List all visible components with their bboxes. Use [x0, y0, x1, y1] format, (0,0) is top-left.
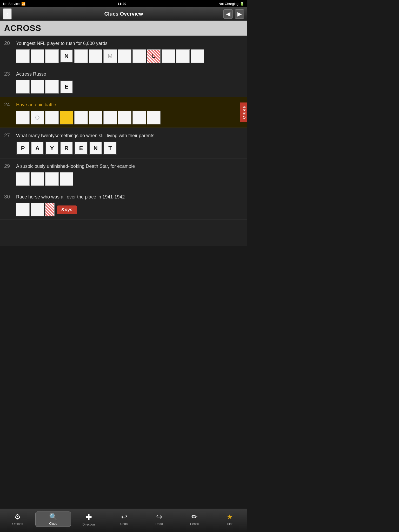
cell-24-2[interactable]: O	[31, 111, 44, 124]
clue-header-24: 24 Have an epic battle	[4, 102, 243, 108]
cell-24-7[interactable]	[103, 111, 117, 124]
cell-20-13[interactable]	[191, 49, 204, 63]
cell-20-3[interactable]	[45, 49, 59, 63]
cell-20-12[interactable]	[176, 49, 190, 63]
clue-grid-27: P A Y R E N T	[16, 142, 243, 155]
clue-number-20: 20	[4, 40, 14, 46]
clue-item-27[interactable]: 27 What many twentysomethings do when st…	[0, 128, 247, 158]
section-title: ACROSS	[4, 23, 243, 33]
cell-20-6[interactable]	[89, 49, 102, 63]
cell-24-9[interactable]	[132, 111, 146, 124]
section-header: ACROSS	[0, 21, 247, 36]
cell-20-10[interactable]: L	[147, 49, 161, 63]
clue-text-27: What many twentysomethings do when still…	[16, 132, 154, 139]
clue-header-20: 20 Youngest NFL player to rush for 6,000…	[4, 40, 243, 47]
cell-24-8[interactable]	[118, 111, 131, 124]
nav-title: Clues Overview	[104, 11, 143, 17]
clue-number-29: 29	[4, 163, 14, 169]
cell-23-2[interactable]	[31, 80, 44, 94]
cell-29-4[interactable]	[60, 172, 73, 186]
clue-item-30[interactable]: 30 Race horse who was all over the place…	[0, 189, 247, 220]
cell-24-1[interactable]	[16, 111, 30, 124]
cell-30-1[interactable]	[16, 203, 30, 216]
status-time: 11:39	[118, 2, 126, 6]
nav-bar: ‹ Clues Overview ◀ ▶	[0, 7, 247, 21]
clue-header-23: 23 Actress Russo	[4, 71, 243, 77]
cell-24-3[interactable]	[45, 111, 59, 124]
cell-20-8[interactable]	[118, 49, 131, 63]
clues-side-tab[interactable]: Clues	[240, 103, 247, 122]
cell-20-4[interactable]: N	[60, 49, 73, 63]
cell-23-3[interactable]	[45, 80, 59, 94]
cell-20-5[interactable]	[74, 49, 88, 63]
clue-text-20: Youngest NFL player to rush for 6,000 ya…	[16, 40, 108, 47]
status-right: Not Charging 🔋	[218, 2, 244, 6]
clues-content: 20 Youngest NFL player to rush for 6,000…	[0, 36, 247, 246]
cell-20-9[interactable]	[132, 49, 146, 63]
cell-27-6[interactable]: N	[89, 142, 102, 155]
cell-20-2[interactable]	[31, 49, 44, 63]
cell-27-7[interactable]: T	[103, 142, 117, 155]
cell-24-5[interactable]	[74, 111, 88, 124]
clue-text-30: Race horse who was all over the place in…	[16, 194, 125, 200]
cell-29-2[interactable]	[31, 172, 44, 186]
clue-header-27: 27 What many twentysomethings do when st…	[4, 132, 243, 139]
clue-grid-30: Keys	[16, 203, 243, 216]
wifi-icon: 📶	[21, 2, 25, 6]
cell-29-1[interactable]	[16, 172, 30, 186]
cell-27-2[interactable]: A	[31, 142, 44, 155]
clue-text-23: Actress Russo	[16, 71, 46, 77]
clue-number-27: 27	[4, 132, 14, 138]
clue-number-30: 30	[4, 194, 14, 200]
status-bar: No Service 📶 11:39 Not Charging 🔋	[0, 0, 247, 7]
back-button[interactable]: ‹	[3, 8, 12, 19]
clue-grid-20: N M L	[16, 49, 243, 63]
keys-button-wrapper[interactable]: Keys	[57, 203, 77, 216]
cell-29-3[interactable]	[45, 172, 59, 186]
clue-header-30: 30 Race horse who was all over the place…	[4, 194, 243, 200]
clue-grid-24: O	[16, 111, 243, 124]
nav-right-buttons: ◀ ▶	[223, 9, 244, 19]
clue-number-23: 23	[4, 71, 14, 77]
clue-grid-23: E	[16, 80, 243, 94]
battery-icon: 🔋	[240, 2, 244, 6]
cell-27-4[interactable]: R	[60, 142, 73, 155]
cell-23-4[interactable]: E	[60, 80, 73, 94]
cell-20-7[interactable]: M	[103, 49, 117, 63]
cell-24-4[interactable]	[60, 111, 73, 124]
clue-item-23[interactable]: 23 Actress Russo E	[0, 66, 247, 97]
status-left: No Service 📶	[3, 2, 25, 6]
next-button[interactable]: ▶	[235, 9, 244, 19]
no-service-label: No Service	[3, 2, 20, 6]
clue-header-29: 29 A suspiciously unfinished-looking Dea…	[4, 163, 243, 170]
prev-button[interactable]: ◀	[223, 9, 233, 19]
cell-27-3[interactable]: Y	[45, 142, 59, 155]
clue-item-24[interactable]: 24 Have an epic battle O Clues	[0, 97, 247, 128]
cell-30-3[interactable]	[45, 203, 55, 216]
clue-number-24: 24	[4, 102, 14, 108]
cell-20-11[interactable]	[162, 49, 175, 63]
clue-grid-29	[16, 172, 243, 186]
keys-button[interactable]: Keys	[57, 205, 77, 214]
cell-27-1[interactable]: P	[16, 142, 30, 155]
charging-label: Not Charging	[218, 2, 238, 6]
cell-20-1[interactable]	[16, 49, 30, 63]
cell-27-5[interactable]: E	[74, 142, 88, 155]
clue-item-29[interactable]: 29 A suspiciously unfinished-looking Dea…	[0, 158, 247, 189]
cell-24-10[interactable]	[147, 111, 161, 124]
clue-text-24: Have an epic battle	[16, 102, 56, 108]
clue-item-20[interactable]: 20 Youngest NFL player to rush for 6,000…	[0, 36, 247, 66]
cell-30-2[interactable]	[31, 203, 44, 216]
cell-23-1[interactable]	[16, 80, 30, 94]
clue-text-29: A suspiciously unfinished-looking Death …	[16, 163, 135, 170]
cell-24-6[interactable]	[89, 111, 102, 124]
